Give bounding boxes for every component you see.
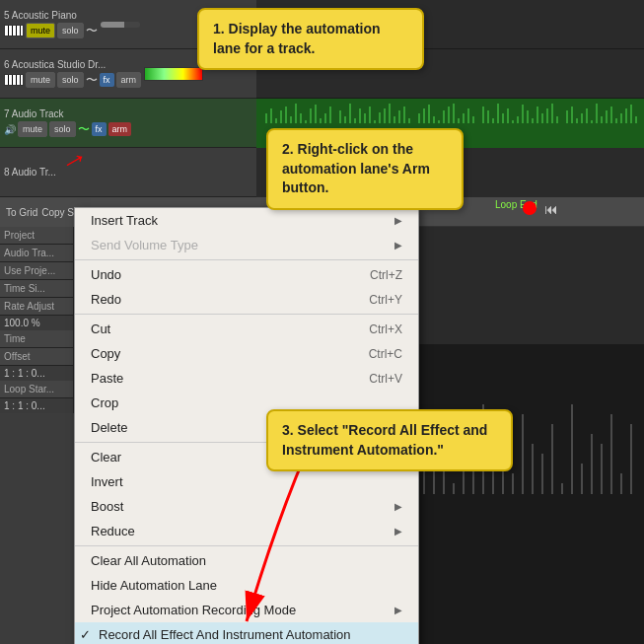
menu-shortcut-cut: Ctrl+X bbox=[369, 322, 402, 336]
menu-label-boost: Boost bbox=[91, 499, 123, 514]
arm-btn-7[interactable]: arm bbox=[108, 122, 132, 136]
menu-label-invert: Invert bbox=[91, 474, 123, 489]
menu-label-delete: Delete bbox=[91, 420, 128, 435]
menu-item-paste[interactable]: Paste Ctrl+V bbox=[75, 366, 418, 391]
volume-slider-5[interactable] bbox=[101, 22, 140, 28]
project-panel: Project Audio Tra... Use Proje... Time S… bbox=[0, 227, 74, 413]
checkmark-icon: ✓ bbox=[80, 627, 91, 642]
fx-btn-6[interactable]: fx bbox=[100, 73, 114, 87]
menu-item-hide-automation[interactable]: Hide Automation Lane bbox=[75, 573, 418, 598]
menu-arrow-reduce: ▶ bbox=[394, 526, 402, 537]
proj-label-project: Project bbox=[0, 227, 73, 245]
piano-icon-6 bbox=[4, 74, 24, 86]
menu-label-undo: Undo bbox=[91, 267, 121, 282]
proj-label-offset: Offset bbox=[0, 348, 73, 366]
callout-step3: 3. Select "Record All Effect and Instrum… bbox=[266, 409, 513, 471]
menu-label-project-automation: Project Automation Recording Mode bbox=[91, 603, 296, 617]
menu-label-clear: Clear bbox=[91, 450, 121, 465]
mute-btn-5[interactable]: mute bbox=[26, 23, 55, 38]
menu-item-boost[interactable]: Boost ▶ bbox=[75, 494, 418, 519]
proj-label-useproj: Use Proje... bbox=[0, 262, 73, 280]
menu-arrow-insert-track: ▶ bbox=[394, 215, 402, 226]
proj-val-offset: 1 : 1 : 0... bbox=[0, 366, 73, 381]
callout-step2: 2. Right-click on the automation lane's … bbox=[266, 128, 464, 210]
menu-shortcut-undo: Ctrl+Z bbox=[370, 268, 402, 282]
track-7-label: 7 Audio Track bbox=[4, 108, 131, 119]
menu-shortcut-paste: Ctrl+V bbox=[369, 372, 402, 386]
separator-4 bbox=[75, 545, 418, 546]
menu-label-send-volume-type: Send Volume Type bbox=[91, 238, 198, 252]
callout-step2-text: 2. Right-click on the automation lane's … bbox=[282, 141, 430, 195]
proj-val-rate: 100.0 % bbox=[0, 316, 73, 330]
menu-label-copy: Copy bbox=[91, 346, 120, 361]
menu-item-record-all-effect[interactable]: ✓ Record All Effect And Instrument Autom… bbox=[75, 622, 418, 644]
menu-label-paste: Paste bbox=[91, 371, 123, 386]
separator-2 bbox=[75, 314, 418, 315]
proj-label-time2: Time bbox=[0, 330, 73, 348]
menu-item-clear-all-automation[interactable]: Clear All Automation bbox=[75, 548, 418, 573]
level-meter-6 bbox=[144, 67, 203, 81]
wave-icon-5: 〜 bbox=[86, 23, 98, 39]
menu-arrow-boost: ▶ bbox=[394, 501, 402, 512]
separator-1 bbox=[75, 259, 418, 260]
menu-item-copy[interactable]: Copy Ctrl+C bbox=[75, 341, 418, 366]
wave-icon-6: 〜 bbox=[86, 72, 98, 89]
menu-item-redo[interactable]: Redo Ctrl+Y bbox=[75, 287, 418, 312]
solo-btn-6[interactable]: solo bbox=[57, 72, 84, 88]
piano-icon-5 bbox=[4, 25, 24, 36]
arm-btn-6[interactable]: arm bbox=[116, 72, 142, 88]
menu-shortcut-redo: Ctrl+Y bbox=[369, 293, 402, 307]
callout-step1-text: 1. Display the automation lane for a tra… bbox=[213, 21, 381, 56]
proj-label-time: Time Si... bbox=[0, 280, 73, 298]
menu-arrow-send-volume: ▶ bbox=[394, 240, 402, 250]
menu-label-hide-automation: Hide Automation Lane bbox=[91, 578, 217, 593]
track-row-7: 7 Audio Track 🔊 mute solo 〜 fx arm bbox=[0, 99, 256, 148]
menu-label-redo: Redo bbox=[91, 292, 121, 307]
menu-arrow-project-automation: ▶ bbox=[394, 605, 402, 615]
solo-btn-7[interactable]: solo bbox=[49, 121, 76, 137]
menu-item-invert[interactable]: Invert bbox=[75, 469, 418, 494]
mute-btn-7[interactable]: mute bbox=[18, 121, 47, 137]
proj-label-rate: Rate Adjust bbox=[0, 298, 73, 316]
mute-btn-6[interactable]: mute bbox=[26, 72, 55, 88]
speaker-icon-7: 🔊 bbox=[4, 124, 16, 135]
menu-item-project-automation[interactable]: Project Automation Recording Mode ▶ bbox=[75, 598, 418, 622]
proj-val-loopstart: 1 : 1 : 0... bbox=[0, 398, 73, 413]
menu-item-insert-track[interactable]: Insert Track ▶ bbox=[75, 208, 418, 233]
callout-step3-text: 3. Select "Record All Effect and Instrum… bbox=[282, 422, 487, 458]
record-button[interactable] bbox=[523, 201, 537, 215]
menu-item-cut[interactable]: Cut Ctrl+X bbox=[75, 317, 418, 341]
skip-back-icon[interactable]: ⏮ bbox=[544, 201, 558, 217]
callout-step1: 1. Display the automation lane for a tra… bbox=[197, 8, 424, 70]
wave-icon-7: 〜 bbox=[78, 121, 90, 138]
menu-shortcut-copy: Ctrl+C bbox=[369, 347, 402, 361]
track-6-label: 6 Acoustica Studio Dr... bbox=[4, 59, 141, 70]
track-row-8: 8 Audio Tr... bbox=[0, 148, 256, 197]
fx-btn-7[interactable]: fx bbox=[92, 122, 107, 136]
proj-label-loopstart: Loop Star... bbox=[0, 381, 73, 398]
solo-btn-5[interactable]: solo bbox=[57, 23, 84, 38]
menu-label-cut: Cut bbox=[91, 322, 110, 336]
menu-label-crop: Crop bbox=[91, 395, 118, 410]
menu-item-undo[interactable]: Undo Ctrl+Z bbox=[75, 262, 418, 287]
menu-label-reduce: Reduce bbox=[91, 524, 135, 538]
menu-item-send-volume-type: Send Volume Type ▶ bbox=[75, 233, 418, 257]
menu-label-insert-track: Insert Track bbox=[91, 213, 158, 228]
menu-label-record-all-effect: Record All Effect And Instrument Automat… bbox=[99, 627, 351, 642]
menu-item-reduce[interactable]: Reduce ▶ bbox=[75, 519, 418, 543]
track-5-label: 5 Acoustic Piano bbox=[4, 10, 98, 21]
snap-label: To Grid bbox=[6, 207, 37, 218]
proj-label-audio: Audio Tra... bbox=[0, 245, 73, 262]
menu-label-clear-all-automation: Clear All Automation bbox=[91, 553, 206, 568]
